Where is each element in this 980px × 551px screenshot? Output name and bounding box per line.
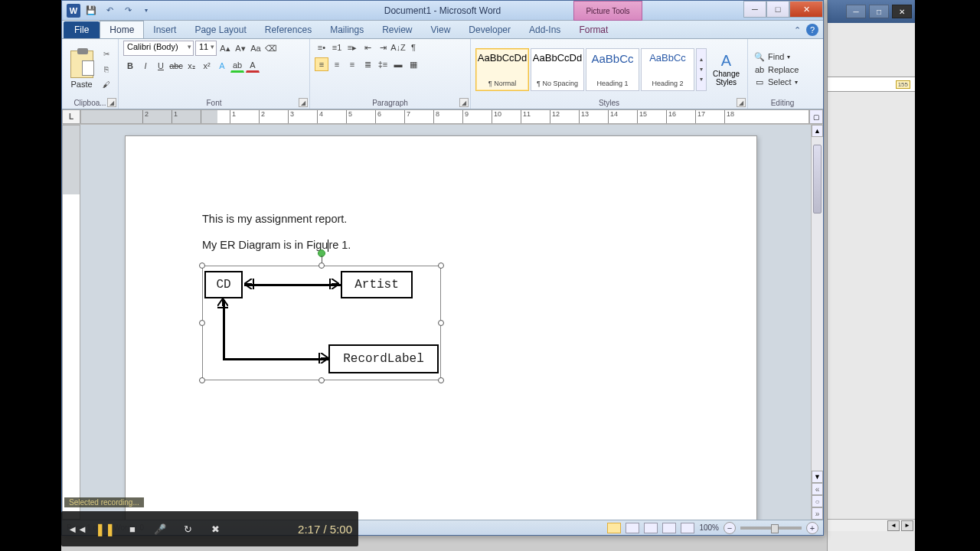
tab-selector[interactable]: L <box>62 109 80 124</box>
print-layout-view-icon[interactable] <box>607 523 621 533</box>
tab-mailings[interactable]: Mailings <box>321 21 373 38</box>
maximize-button[interactable]: □ <box>766 1 789 18</box>
bullets-icon[interactable]: ≡• <box>315 41 328 54</box>
resize-handle-b[interactable] <box>318 377 325 383</box>
zoom-out-button[interactable]: − <box>724 522 736 534</box>
text-effects-icon[interactable]: A <box>215 59 229 73</box>
redo-icon[interactable]: ↷ <box>120 3 136 18</box>
next-page-icon[interactable]: » <box>812 507 823 520</box>
bg-scroll-right-icon[interactable]: ► <box>901 520 913 531</box>
scroll-track[interactable] <box>812 137 823 471</box>
resize-handle-tr[interactable] <box>438 262 444 269</box>
help-icon[interactable]: ? <box>806 24 818 36</box>
subscript-button[interactable]: x₂ <box>185 59 198 73</box>
strikethrough-button[interactable]: abc <box>169 59 183 73</box>
bg-minimize-button[interactable]: ─ <box>846 5 866 18</box>
show-marks-icon[interactable]: ¶ <box>407 41 420 54</box>
tab-format[interactable]: Format <box>570 21 617 38</box>
scroll-down-icon[interactable]: ▼ <box>812 471 823 483</box>
copy-icon[interactable]: ⎘ <box>100 64 113 76</box>
increase-indent-icon[interactable]: ⇥ <box>376 41 390 54</box>
tab-review[interactable]: Review <box>373 21 421 38</box>
web-layout-view-icon[interactable] <box>644 523 658 533</box>
word-app-icon[interactable]: W <box>67 4 80 18</box>
ruler-toggle-icon[interactable]: ▢ <box>809 109 823 124</box>
horizontal-ruler[interactable]: 2 1 1 2 3 4 5 6 7 8 9 10 11 12 13 14 <box>80 109 809 124</box>
tab-references[interactable]: References <box>256 21 321 38</box>
video-prev-icon[interactable]: ◄◄ <box>67 519 87 539</box>
close-button[interactable]: ✕ <box>789 1 823 18</box>
paragraph-2[interactable]: My ER Diagram is in Figure 1. <box>202 239 680 252</box>
qat-customize-icon[interactable]: ▾ <box>139 3 154 18</box>
style-normal[interactable]: AaBbCcDd ¶ Normal <box>475 48 529 91</box>
paragraph-1[interactable]: This is my assignment report. <box>202 213 680 225</box>
zoom-level[interactable]: 100% <box>699 523 719 532</box>
underline-button[interactable]: U <box>154 59 168 73</box>
clipboard-launcher-icon[interactable]: ◢ <box>107 98 116 107</box>
shrink-font-icon[interactable]: A▾ <box>234 41 247 55</box>
zoom-in-button[interactable]: + <box>806 522 818 534</box>
line-spacing-icon[interactable]: ‡≡ <box>376 57 390 71</box>
tab-addins[interactable]: Add-Ins <box>520 21 570 38</box>
justify-icon[interactable]: ≣ <box>361 57 374 71</box>
video-restart-icon[interactable]: ↻ <box>178 519 198 539</box>
fullscreen-reading-view-icon[interactable] <box>626 523 639 533</box>
tab-home[interactable]: Home <box>100 21 144 38</box>
paste-button[interactable]: Paste <box>67 51 96 89</box>
multilevel-list-icon[interactable]: ≡▸ <box>345 41 359 54</box>
page[interactable]: This is my assignment report. My ER Diag… <box>125 135 757 520</box>
align-right-icon[interactable]: ≡ <box>345 57 359 71</box>
draft-view-icon[interactable] <box>681 523 694 533</box>
scroll-thumb[interactable] <box>813 145 822 214</box>
format-painter-icon[interactable]: 🖌 <box>100 79 113 91</box>
style-no-spacing[interactable]: AaBbCcDd ¶ No Spacing <box>531 48 584 91</box>
align-left-icon[interactable]: ≡ <box>315 57 328 71</box>
highlight-color-icon[interactable]: ab <box>230 59 244 73</box>
outline-view-icon[interactable] <box>662 523 676 533</box>
tab-file[interactable]: File <box>64 21 100 38</box>
font-color-icon[interactable]: A <box>246 59 260 73</box>
tab-page-layout[interactable]: Page Layout <box>185 21 255 38</box>
zoom-slider[interactable] <box>740 527 802 530</box>
styles-gallery[interactable]: AaBbCcDd ¶ Normal AaBbCcDd ¶ No Spacing … <box>475 48 707 91</box>
undo-icon[interactable]: ↶ <box>102 3 117 18</box>
page-content[interactable]: This is my assignment report. My ER Diag… <box>126 136 756 380</box>
change-case-icon[interactable]: Aa <box>249 41 263 55</box>
resize-handle-r[interactable] <box>438 320 444 326</box>
sort-icon[interactable]: A↓Z <box>391 41 405 54</box>
change-styles-button[interactable]: A Change Styles <box>710 52 743 86</box>
font-launcher-icon[interactable]: ◢ <box>299 98 308 107</box>
select-button[interactable]: ▭Select▾ <box>753 77 800 88</box>
styles-launcher-icon[interactable]: ◢ <box>737 98 746 107</box>
decrease-indent-icon[interactable]: ⇤ <box>361 41 374 54</box>
bg-horizontal-scrollbar[interactable]: ◄ ► <box>828 519 915 531</box>
video-pause-icon[interactable]: ❚❚ <box>95 519 115 539</box>
tab-developer[interactable]: Developer <box>459 21 520 38</box>
vertical-ruler[interactable] <box>62 125 80 520</box>
bg-maximize-button[interactable]: □ <box>869 5 889 18</box>
vertical-scrollbar[interactable]: ▲ ▼ « ○ » <box>811 125 823 520</box>
resize-handle-tl[interactable] <box>199 262 205 269</box>
er-diagram-picture[interactable]: CD Artist RecordLabel <box>202 266 441 380</box>
styles-more-icon[interactable]: ▴▾▾ <box>696 48 707 91</box>
grow-font-icon[interactable]: A▴ <box>218 41 232 55</box>
find-button[interactable]: 🔍Find▾ <box>753 51 800 63</box>
bold-button[interactable]: B <box>123 59 137 73</box>
replace-button[interactable]: abReplace <box>753 64 800 75</box>
borders-icon[interactable]: ▦ <box>407 57 420 71</box>
italic-button[interactable]: I <box>139 59 152 73</box>
video-mic-icon[interactable]: 🎤 <box>150 519 170 539</box>
resize-handle-br[interactable] <box>438 377 444 383</box>
video-delete-icon[interactable]: ✖ <box>205 519 225 539</box>
shading-icon[interactable]: ▬ <box>391 57 405 71</box>
tab-insert[interactable]: Insert <box>144 21 185 38</box>
bg-scroll-left-icon[interactable]: ◄ <box>887 520 900 531</box>
resize-handle-l[interactable] <box>199 320 205 326</box>
align-center-icon[interactable]: ≡ <box>330 57 344 71</box>
resize-handle-bl[interactable] <box>199 377 205 383</box>
cut-icon[interactable]: ✂ <box>100 48 113 60</box>
bg-close-button[interactable]: ✕ <box>892 5 912 18</box>
font-name-combo[interactable]: Calibri (Body) <box>123 41 194 56</box>
scroll-up-icon[interactable]: ▲ <box>812 125 823 137</box>
video-stop-icon[interactable]: ■ <box>122 519 142 539</box>
